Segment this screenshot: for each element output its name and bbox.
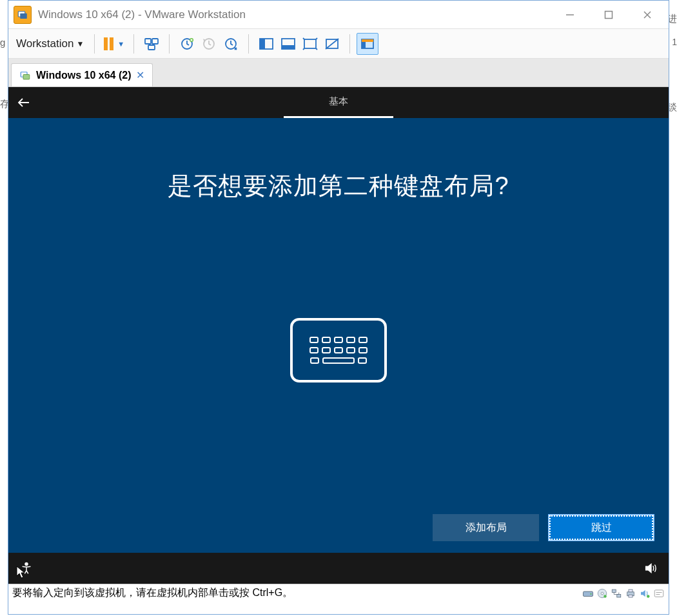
svg-rect-1 <box>20 13 27 18</box>
snapshot-take-button[interactable] <box>176 33 198 55</box>
svg-rect-21 <box>362 39 373 42</box>
oobe-heading: 是否想要添加第二种键盘布局? <box>8 118 669 203</box>
add-layout-button[interactable]: 添加布局 <box>433 514 539 541</box>
cropped-text: g <box>0 37 5 48</box>
svg-rect-3 <box>605 11 613 18</box>
skip-button-label: 跳过 <box>591 521 612 535</box>
send-ctrl-alt-del-button[interactable] <box>141 33 162 55</box>
vm-tab-icon <box>19 70 31 81</box>
svg-rect-22 <box>362 42 366 48</box>
oobe-content: 是否想要添加第二种键盘布局? 添加布局 跳过 <box>8 118 669 553</box>
toolbar-separator <box>94 34 95 54</box>
toolbar-separator <box>133 34 134 54</box>
view-cycle-button[interactable] <box>357 33 378 55</box>
close-button[interactable] <box>638 5 657 25</box>
network-icon[interactable] <box>611 588 622 599</box>
view-stretch-button[interactable] <box>299 33 321 55</box>
view-console-button[interactable] <box>255 33 277 55</box>
keyboard-outline-icon <box>290 318 387 383</box>
toolbar-separator <box>169 34 170 54</box>
svg-rect-35 <box>629 595 633 597</box>
main-toolbar: Workstation ▼ ▼ <box>8 29 669 59</box>
window-title: Windows 10 x64 (2) - VMware Workstation <box>38 8 560 21</box>
svg-rect-24 <box>23 74 30 79</box>
svg-rect-37 <box>654 590 663 597</box>
oobe-tab-basic-label: 基本 <box>329 95 348 108</box>
view-fullscreen-button[interactable] <box>277 33 299 55</box>
toolbar-separator <box>248 34 249 54</box>
cd-icon[interactable] <box>596 588 608 599</box>
svg-point-25 <box>25 563 28 566</box>
minimize-button[interactable] <box>560 5 580 25</box>
close-tab-button[interactable]: ✕ <box>136 69 144 81</box>
ease-of-access-button[interactable] <box>17 559 35 577</box>
maximize-button[interactable] <box>599 5 618 25</box>
svg-rect-31 <box>612 590 616 593</box>
status-hint: 要将输入定向到该虚拟机，请在虚拟机内部单击或按 Ctrl+G。 <box>12 586 293 600</box>
svg-rect-6 <box>145 39 151 44</box>
svg-point-29 <box>601 592 603 595</box>
skip-button[interactable]: 跳过 <box>548 514 654 541</box>
view-unity-button[interactable] <box>321 33 343 55</box>
status-bar: 要将输入定向到该虚拟机，请在虚拟机内部单击或按 Ctrl+G。 <box>8 584 669 602</box>
oobe-tab-basic[interactable]: 基本 <box>284 87 393 118</box>
svg-point-36 <box>647 595 650 598</box>
pause-vm-button[interactable]: ▼ <box>101 36 127 52</box>
chevron-down-icon[interactable]: ▼ <box>117 40 124 48</box>
vm-tab-label: Windows 10 x64 (2) <box>36 70 131 81</box>
svg-rect-14 <box>260 39 265 49</box>
oobe-bottom-bar <box>8 553 669 584</box>
chevron-down-icon: ▼ <box>76 39 84 48</box>
svg-point-27 <box>590 593 591 594</box>
title-bar: Windows 10 x64 (2) - VMware Workstation <box>8 1 669 29</box>
workstation-menu-label: Workstation <box>16 37 74 50</box>
snapshot-manager-button[interactable] <box>220 33 242 55</box>
cropped-text: 1 <box>672 37 677 47</box>
message-log-icon[interactable] <box>653 588 665 599</box>
sound-device-icon[interactable] <box>639 588 651 599</box>
guest-display[interactable]: 基本 是否想要添加第二种键盘布局? 添加布局 跳过 <box>8 87 669 584</box>
vm-tab[interactable]: Windows 10 x64 (2) ✕ <box>11 63 153 86</box>
pause-icon <box>104 37 113 50</box>
svg-rect-8 <box>148 45 155 50</box>
svg-rect-7 <box>152 39 158 44</box>
svg-rect-32 <box>617 594 621 597</box>
svg-line-19 <box>326 39 338 49</box>
oobe-top-bar: 基本 <box>8 87 669 118</box>
add-layout-button-label: 添加布局 <box>466 521 507 535</box>
device-tray <box>582 588 665 599</box>
svg-rect-34 <box>629 590 633 592</box>
snapshot-revert-button[interactable] <box>198 33 220 55</box>
harddisk-icon[interactable] <box>582 588 594 599</box>
vmware-app-icon <box>14 6 32 24</box>
back-button[interactable] <box>8 87 39 118</box>
vm-tab-bar: Windows 10 x64 (2) ✕ <box>8 59 669 87</box>
svg-rect-16 <box>282 45 295 49</box>
printer-icon[interactable] <box>625 588 636 599</box>
svg-point-30 <box>603 595 607 598</box>
volume-button[interactable] <box>642 559 660 577</box>
toolbar-separator <box>349 34 350 54</box>
workstation-menu[interactable]: Workstation ▼ <box>12 35 88 53</box>
svg-rect-17 <box>304 39 316 48</box>
